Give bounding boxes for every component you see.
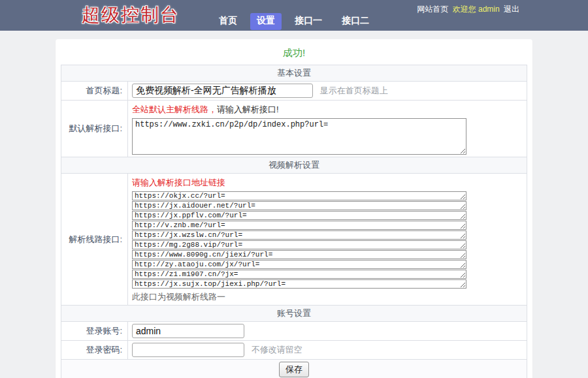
parse-url-textarea[interactable] [132,279,466,289]
home-title-input[interactable] [132,84,313,98]
parse-url-textarea[interactable] [132,221,466,230]
save-button[interactable]: 保存 [279,362,309,377]
default-api-warning-plain: 请输入解析接口! [217,104,279,114]
nav-item-settings[interactable]: 设置 [250,13,282,30]
username-row: 登录账号: [61,322,527,341]
default-api-label: 默认解析接口: [61,101,128,157]
parse-url-textarea[interactable] [132,260,466,269]
section-title-account: 账号设置 [61,306,527,322]
section-row-basic: 基本设置 [61,65,527,82]
nav-item-api-one[interactable]: 接口一 [288,13,329,30]
section-row-video: 视频解析设置 [61,157,527,174]
parse-lines-row: 解析线路接口: 请输入解析接口地址链接 此接口为视频解析线路一 [61,174,527,306]
parse-url-textarea[interactable] [132,250,466,259]
parse-url-textarea[interactable] [132,230,466,240]
welcome-text: 欢迎您 admin [453,5,500,14]
parse-url-list [132,191,523,289]
parse-url-textarea[interactable] [132,211,466,220]
settings-table: 基本设置 首页标题: 显示在首页标题上 默认解析接口: 全站默认主解析线路，请输… [61,65,527,378]
password-row: 登录密码: 不修改请留空 [61,341,527,360]
section-title-basic: 基本设置 [61,65,527,82]
section-row-account: 账号设置 [61,306,527,322]
site-home-link[interactable]: 网站首页 [417,5,448,14]
default-api-warning-red: 全站默认主解析线路， [132,104,217,114]
main-nav: 首页设置接口一接口二 [0,13,588,30]
parse-lines-note: 此接口为视频解析线路一 [132,289,523,303]
save-row: 保存 [61,360,527,378]
password-label: 登录密码: [61,341,128,360]
welcome-label: 欢迎您 [453,5,476,14]
parse-lines-warning: 请输入解析接口地址链接 [132,177,523,189]
parse-url-textarea[interactable] [132,240,466,249]
home-title-hint: 显示在首页标题上 [320,86,388,95]
nav-item-api-two[interactable]: 接口二 [335,13,376,30]
username-input[interactable] [132,324,244,338]
parse-url-textarea[interactable] [132,201,466,210]
parse-lines-label: 解析线路接口: [61,174,128,306]
section-title-video: 视频解析设置 [61,157,527,174]
username-text: admin [478,5,500,14]
success-message: 成功! [61,42,527,65]
home-title-row: 首页标题: 显示在首页标题上 [61,82,527,101]
parse-url-textarea[interactable] [132,191,466,200]
default-api-textarea[interactable]: https://www.zxki.cn/p2p/dp/index.php?url… [132,118,466,155]
logout-link[interactable]: 退出 [504,5,519,14]
default-api-row: 默认解析接口: 全站默认主解析线路，请输入解析接口! https://www.z… [61,101,527,157]
site-header: 超级控制台 网站首页 欢迎您 admin 退出 首页设置接口一接口二 [0,0,588,31]
username-label: 登录账号: [61,322,128,341]
home-title-label: 首页标题: [61,82,128,101]
password-hint: 不修改请留空 [252,345,302,354]
parse-url-textarea[interactable] [132,270,466,279]
password-input[interactable] [132,343,244,357]
settings-card: 成功! 基本设置 首页标题: 显示在首页标题上 默认解析接口: 全站默认主解析线… [56,39,532,378]
default-api-warning: 全站默认主解析线路，请输入解析接口! [132,104,523,116]
nav-item-home[interactable]: 首页 [212,13,244,30]
